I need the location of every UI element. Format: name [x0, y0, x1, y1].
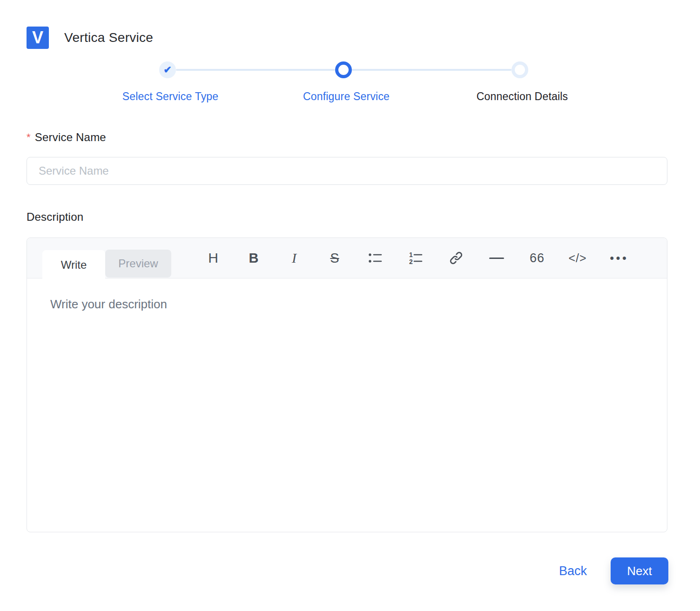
back-button[interactable]: Back	[552, 561, 594, 581]
step-label-connection-details: Connection Details	[477, 90, 568, 103]
horizontal-rule-button[interactable]	[489, 249, 505, 267]
svg-text:2: 2	[409, 258, 413, 265]
description-editor: Write Preview H B I S	[27, 238, 667, 532]
strikethrough-icon: S	[330, 251, 339, 266]
code-block-button[interactable]: </>	[570, 249, 586, 267]
step-label-configure-service: Configure Service	[303, 90, 390, 103]
service-name-label: *Service Name	[27, 131, 106, 144]
description-label: Description	[27, 210, 83, 224]
italic-button[interactable]: I	[286, 249, 302, 267]
strikethrough-button[interactable]: S	[327, 249, 343, 267]
editor-body	[27, 278, 667, 532]
heading-icon: H	[208, 250, 218, 266]
italic-icon: I	[292, 250, 296, 266]
stepper-connector	[176, 69, 335, 71]
heading-button[interactable]: H	[205, 249, 221, 267]
more-options-button[interactable]: •••	[610, 249, 626, 267]
bold-button[interactable]: B	[246, 249, 262, 267]
step-circle-completed: ✔	[159, 61, 176, 78]
toolbar-icons: H B I S 1	[205, 238, 626, 278]
horizontal-rule-icon	[489, 258, 504, 259]
unordered-list-button[interactable]	[367, 249, 383, 267]
service-name-label-text: Service Name	[35, 131, 106, 143]
unordered-list-icon	[368, 251, 382, 265]
bold-icon: B	[249, 251, 259, 266]
preview-tab[interactable]: Preview	[105, 250, 171, 278]
code-icon: </>	[568, 251, 586, 265]
stepper: ✔ Select Service Type Configure Service …	[0, 0, 700, 112]
service-name-input[interactable]	[27, 157, 667, 185]
more-icon: •••	[607, 251, 628, 265]
quote-button[interactable]: 66	[529, 249, 545, 267]
link-button[interactable]	[448, 249, 464, 267]
step-circle-active	[335, 61, 352, 78]
required-asterisk: *	[27, 131, 31, 143]
check-icon: ✔	[163, 64, 172, 75]
next-button[interactable]: Next	[611, 557, 668, 584]
svg-text:1: 1	[409, 251, 413, 258]
quote-icon: 66	[530, 251, 545, 265]
link-icon	[449, 251, 463, 265]
ordered-list-icon: 1 2	[409, 251, 423, 265]
ordered-list-button[interactable]: 1 2	[408, 249, 424, 267]
write-tab[interactable]: Write	[42, 250, 105, 280]
stepper-connector	[352, 69, 512, 71]
step-circle-upcoming	[512, 61, 528, 78]
description-textarea[interactable]	[27, 278, 667, 532]
step-label-select-service-type: Select Service Type	[122, 90, 219, 103]
editor-toolbar: Write Preview H B I S	[27, 238, 667, 278]
